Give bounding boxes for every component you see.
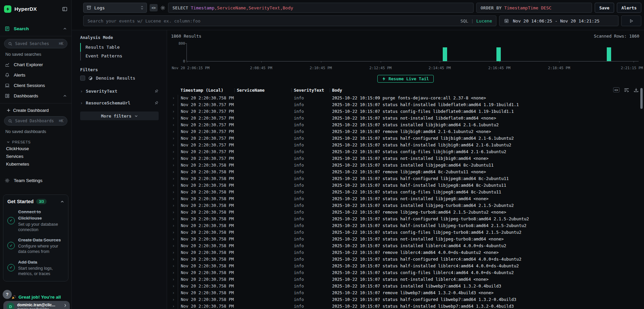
- sidebar-collapse-icon[interactable]: [62, 6, 67, 12]
- row-expand-chevron[interactable]: ›: [169, 142, 178, 148]
- table-row[interactable]: › Nov 20 2:20:30.758 PM info 2025-10-22 …: [169, 209, 644, 216]
- mode-results-table[interactable]: Results Table: [80, 43, 159, 52]
- row-expand-chevron[interactable]: ›: [169, 115, 178, 122]
- sidebar-item-search[interactable]: Search: [0, 24, 71, 34]
- mode-sql-toggle[interactable]: SQL: [461, 18, 468, 24]
- user-account-chip[interactable]: D dominic.tran@clic... dominic.tran@clic…: [3, 301, 70, 309]
- table-row[interactable]: › Nov 20 2:20:30.758 PM info 2025-10-22 …: [169, 95, 644, 101]
- row-expand-chevron[interactable]: ›: [169, 269, 178, 276]
- row-expand-chevron[interactable]: ›: [169, 296, 178, 303]
- presets-section-toggle[interactable]: PRESETS: [0, 137, 71, 145]
- table-row[interactable]: › Nov 20 2:20:30.758 PM info 2025-10-22 …: [169, 290, 644, 296]
- table-row[interactable]: › Nov 20 2:20:30.758 PM info 2025-10-22 …: [169, 222, 644, 229]
- get-started-item-sources[interactable]: ✓ Create Data Sources Configure where yo…: [7, 237, 64, 254]
- orderby-clause-editor[interactable]: ORDER BY TimestampTime DESC: [476, 3, 592, 13]
- table-row[interactable]: › Nov 20 2:20:30.757 PM info 2025-10-22 …: [169, 128, 644, 135]
- table-row[interactable]: › Nov 20 2:20:30.758 PM info 2025-10-22 …: [169, 202, 644, 209]
- table-row[interactable]: › Nov 20 2:20:30.758 PM info 2025-10-22 …: [169, 175, 644, 182]
- table-row[interactable]: › Nov 20 2:20:30.757 PM info 2025-10-22 …: [169, 148, 644, 155]
- row-expand-chevron[interactable]: ›: [169, 256, 178, 263]
- row-expand-chevron[interactable]: ›: [169, 122, 178, 128]
- date-range-picker[interactable]: Nov 20 14:06:25 - Nov 20 14:21:25: [499, 15, 619, 26]
- sidebar-item-team-settings[interactable]: Team Settings: [0, 175, 71, 186]
- scrollbar-thumb[interactable]: [640, 88, 643, 109]
- get-started-header[interactable]: Get Started 3/3: [7, 199, 64, 204]
- table-row[interactable]: › Nov 20 2:20:30.758 PM info 2025-10-22 …: [169, 269, 644, 276]
- table-row[interactable]: › Nov 20 2:20:30.758 PM info 2025-10-22 …: [169, 249, 644, 256]
- get-started-item-connect[interactable]: ✓ Connect to ClickHouse Set up your data…: [7, 209, 64, 232]
- table-row[interactable]: › Nov 20 2:20:30.758 PM info 2025-10-22 …: [169, 256, 644, 263]
- row-expand-chevron[interactable]: ›: [169, 283, 178, 290]
- row-expand-chevron[interactable]: ›: [169, 162, 178, 169]
- filter-group-resourceschemaurl[interactable]: › ResourceSchemaUrl: [80, 97, 159, 109]
- row-expand-chevron[interactable]: ›: [169, 95, 178, 101]
- preset-clickhouse[interactable]: ClickHouse: [0, 145, 71, 152]
- table-row[interactable]: › Nov 20 2:20:30.757 PM info 2025-10-22 …: [169, 122, 644, 128]
- column-config-icon[interactable]: <>: [613, 87, 620, 92]
- row-expand-chevron[interactable]: ›: [169, 148, 178, 155]
- wrap-lines-icon[interactable]: [624, 88, 629, 92]
- event-search-bar[interactable]: SQL | Lucene: [83, 15, 496, 26]
- resume-live-tail-button[interactable]: Resume Live Tail: [377, 75, 433, 83]
- column-header-severitytext[interactable]: SeverityText: [291, 87, 329, 95]
- help-button[interactable]: ?: [3, 290, 12, 299]
- select-clause-editor[interactable]: SELECT Timestamp,ServiceName,SeverityTex…: [168, 3, 474, 13]
- sidebar-item-dashboards[interactable]: Dashboards: [0, 91, 71, 101]
- table-row[interactable]: › Nov 20 2:20:30.758 PM info 2025-10-22 …: [169, 195, 644, 202]
- row-expand-chevron[interactable]: ›: [169, 229, 178, 236]
- row-expand-chevron[interactable]: ›: [169, 249, 178, 256]
- row-expand-chevron[interactable]: ›: [169, 276, 178, 283]
- saved-dashboards-input[interactable]: Saved Dashboards ⌘K: [4, 116, 67, 126]
- row-expand-chevron[interactable]: ›: [169, 101, 178, 108]
- alerts-button[interactable]: Alerts: [617, 3, 641, 13]
- source-select[interactable]: Logs: [83, 3, 147, 13]
- table-row[interactable]: › Nov 20 2:20:30.758 PM info 2025-10-22 …: [169, 283, 644, 290]
- row-expand-chevron[interactable]: ›: [169, 108, 178, 115]
- column-header-servicename[interactable]: ServiceName: [234, 87, 291, 95]
- create-dashboard-button[interactable]: Create Dashboard: [0, 105, 71, 114]
- get-started-item-add-data[interactable]: ✓ Add Data Start sending logs, metrics, …: [7, 259, 64, 276]
- sidebar-item-client-sessions[interactable]: Client Sessions: [0, 80, 71, 91]
- row-expand-chevron[interactable]: ›: [169, 189, 178, 195]
- table-row[interactable]: › Nov 20 2:20:30.757 PM info 2025-10-22 …: [169, 135, 644, 142]
- more-filters-button[interactable]: More filters: [80, 112, 159, 120]
- pin-icon[interactable]: [154, 89, 159, 94]
- table-row[interactable]: › Nov 20 2:20:30.758 PM info 2025-10-22 …: [169, 263, 644, 269]
- table-row[interactable]: › Nov 20 2:20:30.758 PM info 2025-10-22 …: [169, 182, 644, 189]
- table-row[interactable]: › Nov 20 2:20:30.758 PM info 2025-10-22 …: [169, 216, 644, 222]
- sidebar-item-alerts[interactable]: Alerts: [0, 70, 71, 80]
- table-row[interactable]: › Nov 20 2:20:30.758 PM info 2025-10-22 …: [169, 229, 644, 236]
- table-row[interactable]: › Nov 20 2:20:30.757 PM info 2025-10-22 …: [169, 142, 644, 148]
- column-header-timestamp[interactable]: Timestamp (Local): [178, 87, 234, 95]
- column-header-body[interactable]: Body: [329, 87, 644, 95]
- row-expand-chevron[interactable]: ›: [169, 209, 178, 216]
- pin-icon[interactable]: [154, 101, 159, 105]
- denoise-results-toggle[interactable]: Denoise Results: [80, 76, 159, 81]
- row-expand-chevron[interactable]: ›: [169, 155, 178, 162]
- table-row[interactable]: › Nov 20 2:20:30.758 PM info 2025-10-22 …: [169, 236, 644, 242]
- row-expand-chevron[interactable]: ›: [169, 242, 178, 249]
- denoise-checkbox[interactable]: [80, 76, 85, 81]
- preset-kubernetes[interactable]: Kubernetes: [0, 160, 71, 168]
- sidebar-item-chart-explorer[interactable]: Chart Explorer: [0, 59, 71, 70]
- table-row[interactable]: › Nov 20 2:20:30.757 PM info 2025-10-22 …: [169, 101, 644, 108]
- row-expand-chevron[interactable]: ›: [169, 303, 178, 309]
- row-expand-chevron[interactable]: ›: [169, 290, 178, 296]
- row-expand-chevron[interactable]: ›: [169, 222, 178, 229]
- sql-editor-toggle-icon[interactable]: <>: [150, 4, 158, 11]
- mode-event-patterns[interactable]: Event Patterns: [80, 52, 159, 60]
- row-expand-chevron[interactable]: ›: [169, 135, 178, 142]
- preset-services[interactable]: Services: [0, 152, 71, 160]
- table-row[interactable]: › Nov 20 2:20:30.758 PM info 2025-10-22 …: [169, 189, 644, 195]
- row-expand-chevron[interactable]: ›: [169, 216, 178, 222]
- run-query-button[interactable]: [621, 15, 641, 26]
- row-expand-chevron[interactable]: ›: [169, 169, 178, 175]
- table-row[interactable]: › Nov 20 2:20:30.757 PM info 2025-10-22 …: [169, 155, 644, 162]
- table-row[interactable]: › Nov 20 2:20:30.758 PM info 2025-10-22 …: [169, 296, 644, 303]
- table-row[interactable]: › Nov 20 2:20:30.758 PM info 2025-10-22 …: [169, 162, 644, 169]
- source-settings-gear-icon[interactable]: [160, 5, 165, 10]
- row-expand-chevron[interactable]: ›: [169, 195, 178, 202]
- table-row[interactable]: › Nov 20 2:20:30.757 PM info 2025-10-22 …: [169, 108, 644, 115]
- filter-group-severitytext[interactable]: › SeverityText: [80, 85, 159, 97]
- save-button[interactable]: Save: [595, 3, 614, 13]
